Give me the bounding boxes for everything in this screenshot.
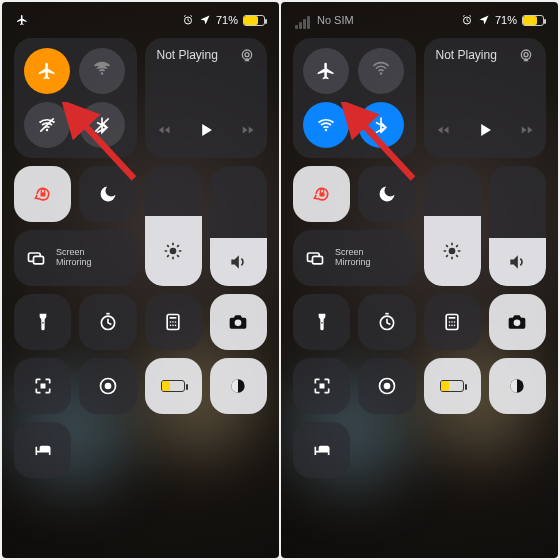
status-bar: No SIM 71% (281, 2, 558, 32)
speaker-icon (228, 252, 248, 272)
battery-icon (243, 15, 265, 26)
screen-mirroring-icon (305, 248, 325, 268)
calculator-button[interactable] (145, 294, 202, 350)
rotation-lock-toggle[interactable] (14, 166, 71, 222)
carrier-label: No SIM (317, 14, 354, 26)
svg-point-29 (175, 325, 177, 327)
svg-rect-52 (313, 256, 323, 264)
wifi-toggle[interactable] (303, 102, 349, 148)
screen-mirroring-icon (26, 248, 46, 268)
phone-right: No SIM 71% (281, 2, 558, 558)
cellular-icon (92, 61, 112, 81)
camera-button[interactable] (210, 294, 267, 350)
qr-scan-button[interactable] (14, 358, 71, 414)
airplay-icon[interactable] (518, 48, 534, 64)
airplay-icon[interactable] (239, 48, 255, 64)
svg-point-2 (46, 129, 49, 132)
moon-icon (98, 184, 118, 204)
qr-scan-icon (33, 376, 53, 396)
bluetooth-toggle[interactable] (79, 102, 125, 148)
battery-icon (522, 15, 544, 26)
volume-slider[interactable] (489, 166, 546, 286)
svg-point-1 (101, 72, 104, 75)
low-power-button[interactable] (145, 358, 202, 414)
svg-point-61 (449, 325, 451, 327)
airplane-icon (16, 14, 28, 26)
wifi-icon (316, 115, 336, 135)
timer-icon (98, 312, 118, 332)
camera-button[interactable] (489, 294, 546, 350)
screen-record-button[interactable] (79, 358, 136, 414)
bluetooth-icon (92, 115, 112, 135)
focus-toggle[interactable] (79, 166, 136, 222)
svg-point-53 (321, 322, 323, 324)
cellular-bars-icon (295, 11, 313, 29)
dark-mode-button[interactable] (489, 358, 546, 414)
bluetooth-toggle[interactable] (358, 102, 404, 148)
play-icon[interactable] (476, 120, 494, 140)
control-center: Not Playing (281, 32, 558, 484)
svg-line-16 (177, 245, 179, 247)
timer-button[interactable] (358, 294, 415, 350)
airplane-icon (316, 61, 336, 81)
dark-mode-button[interactable] (210, 358, 267, 414)
wifi-icon (37, 115, 57, 135)
svg-point-33 (105, 383, 112, 390)
camera-icon (507, 312, 527, 332)
battery-percent: 71% (216, 14, 238, 26)
cellular-data-toggle[interactable] (79, 48, 125, 94)
airplane-mode-toggle[interactable] (24, 48, 70, 94)
dark-mode-icon (507, 376, 527, 396)
svg-line-48 (456, 255, 458, 257)
sleep-icon (312, 440, 332, 460)
calculator-button[interactable] (424, 294, 481, 350)
svg-point-40 (524, 53, 528, 57)
svg-rect-7 (40, 192, 45, 196)
volume-slider[interactable] (210, 166, 267, 286)
screen-record-button[interactable] (358, 358, 415, 414)
svg-point-37 (380, 72, 383, 75)
svg-point-38 (325, 129, 328, 132)
flashlight-button[interactable] (293, 294, 350, 350)
phone-left: 71% (2, 2, 279, 558)
forward-icon[interactable] (520, 122, 534, 138)
screen-mirroring-button[interactable]: Screen Mirroring (293, 230, 416, 286)
media-controls[interactable]: Not Playing (424, 38, 547, 158)
focus-toggle[interactable] (358, 166, 415, 222)
low-power-icon (440, 380, 464, 392)
svg-point-58 (449, 321, 451, 323)
svg-rect-41 (319, 192, 324, 196)
screen-mirroring-button[interactable]: Screen Mirroring (14, 230, 137, 286)
svg-point-67 (384, 383, 391, 390)
rotation-lock-icon (312, 184, 332, 204)
play-icon[interactable] (197, 120, 215, 140)
media-controls[interactable]: Not Playing (145, 38, 268, 158)
media-title: Not Playing (157, 48, 218, 62)
rewind-icon[interactable] (157, 122, 171, 138)
screen-record-icon (98, 376, 118, 396)
wifi-toggle[interactable] (24, 102, 70, 148)
svg-line-47 (446, 245, 448, 247)
airplane-mode-toggle[interactable] (303, 48, 349, 94)
brightness-slider[interactable] (424, 166, 481, 286)
comparison-stage: 71% (0, 0, 560, 560)
low-power-icon (161, 380, 185, 392)
forward-icon[interactable] (241, 122, 255, 138)
qr-scan-button[interactable] (293, 358, 350, 414)
flashlight-button[interactable] (14, 294, 71, 350)
cellular-data-toggle[interactable] (358, 48, 404, 94)
svg-point-39 (521, 50, 530, 59)
sun-icon (163, 241, 183, 261)
speaker-icon (507, 252, 527, 272)
timer-button[interactable] (79, 294, 136, 350)
sleep-button[interactable] (293, 422, 350, 478)
rewind-icon[interactable] (436, 122, 450, 138)
alarm-icon (182, 14, 194, 26)
brightness-slider[interactable] (145, 166, 202, 286)
svg-point-19 (42, 322, 44, 324)
screen-mirroring-label: Screen Mirroring (56, 248, 92, 268)
location-icon (478, 14, 490, 26)
rotation-lock-toggle[interactable] (293, 166, 350, 222)
sleep-button[interactable] (14, 422, 71, 478)
low-power-button[interactable] (424, 358, 481, 414)
